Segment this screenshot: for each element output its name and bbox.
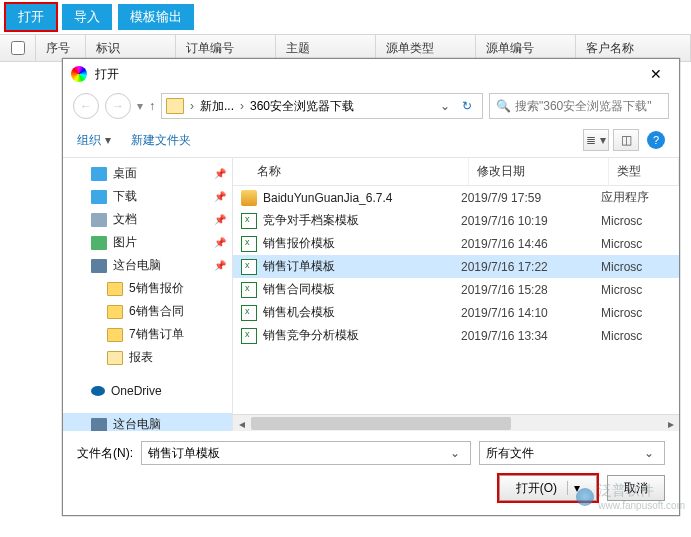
dialog-main: 桌面📌下载📌文档📌图片📌这台电脑📌5销售报价6销售合同7销售订单报表OneDri… — [63, 158, 679, 431]
view-mode-button[interactable]: ≣ ▾ — [583, 129, 609, 151]
file-type: Microsc — [601, 214, 671, 228]
file-row[interactable]: 销售报价模板2019/7/16 14:46Microsc — [233, 232, 679, 255]
search-icon: 🔍 — [496, 99, 511, 113]
desktop-icon — [91, 167, 107, 181]
dialog-titlebar[interactable]: 打开 ✕ — [63, 59, 679, 89]
xls-file-icon — [241, 282, 257, 298]
breadcrumb-dropdown-icon[interactable]: ⌄ — [434, 99, 456, 113]
nav-back-button[interactable]: ← — [73, 93, 99, 119]
tree-item[interactable]: 6销售合同 — [63, 300, 232, 323]
od-icon — [91, 386, 105, 396]
file-row[interactable]: BaiduYunGuanJia_6.7.42019/7/9 17:59应用程序 — [233, 186, 679, 209]
file-date: 2019/7/16 14:46 — [461, 237, 601, 251]
file-row[interactable]: 销售机会模板2019/7/16 14:10Microsc — [233, 301, 679, 324]
select-all-checkbox[interactable] — [11, 41, 25, 55]
tree-item-label: 下载 — [113, 188, 137, 205]
select-all-col — [0, 35, 36, 61]
nav-fwd-button[interactable]: → — [105, 93, 131, 119]
file-col-name[interactable]: 名称 — [233, 158, 469, 185]
folder-y-icon — [107, 282, 123, 296]
file-row[interactable]: 竞争对手档案模板2019/7/16 10:19Microsc — [233, 209, 679, 232]
filename-dropdown-icon[interactable]: ⌄ — [446, 446, 464, 460]
close-icon[interactable]: ✕ — [641, 66, 671, 82]
xls-file-icon — [241, 328, 257, 344]
file-name: 销售机会模板 — [263, 304, 461, 321]
tree-item[interactable]: 这台电脑 — [63, 413, 232, 431]
filename-label: 文件名(N): — [77, 445, 133, 462]
pin-icon: 📌 — [214, 237, 226, 248]
tree-item[interactable]: 这台电脑📌 — [63, 254, 232, 277]
tree-item[interactable]: OneDrive — [63, 381, 232, 401]
nav-row: ← → ▾ ↑ › 新加... › 360安全浏览器下载 ⌄ ↻ 🔍 搜索"36… — [63, 89, 679, 123]
tree-item[interactable]: 图片📌 — [63, 231, 232, 254]
template-output-button[interactable]: 模板输出 — [118, 4, 194, 30]
watermark-logo-icon — [576, 488, 594, 506]
file-name: 销售订单模板 — [263, 258, 461, 275]
xls-file-icon — [241, 259, 257, 275]
search-input[interactable]: 🔍 搜索"360安全浏览器下载" — [489, 93, 669, 119]
folder-icon — [166, 98, 184, 114]
xls-file-icon — [241, 213, 257, 229]
pic-icon — [91, 236, 107, 250]
file-col-type[interactable]: 类型 — [609, 158, 679, 185]
file-list[interactable]: BaiduYunGuanJia_6.7.42019/7/9 17:59应用程序竞… — [233, 186, 679, 414]
open-button[interactable]: 打开 — [6, 4, 56, 30]
pin-icon: 📌 — [214, 191, 226, 202]
file-date: 2019/7/16 17:22 — [461, 260, 601, 274]
file-pane: 名称 修改日期 类型 BaiduYunGuanJia_6.7.42019/7/9… — [233, 158, 679, 431]
filetype-filter[interactable]: 所有文件 ⌄ — [479, 441, 665, 465]
refresh-icon[interactable]: ↻ — [456, 99, 478, 113]
tree-item[interactable]: 7销售订单 — [63, 323, 232, 346]
pin-icon: 📌 — [214, 168, 226, 179]
folder-y-icon — [107, 328, 123, 342]
scroll-left-icon[interactable]: ◂ — [233, 415, 250, 432]
file-date: 2019/7/16 14:10 — [461, 306, 601, 320]
file-row[interactable]: 销售订单模板2019/7/16 17:22Microsc — [233, 255, 679, 278]
preview-pane-button[interactable]: ◫ — [613, 129, 639, 151]
filename-input[interactable]: 销售订单模板 ⌄ — [141, 441, 471, 465]
new-folder-button[interactable]: 新建文件夹 — [131, 132, 191, 149]
file-type: Microsc — [601, 306, 671, 320]
folder-y-icon — [107, 305, 123, 319]
nav-up-button[interactable]: ↑ — [149, 99, 155, 113]
tree-item[interactable]: 文档📌 — [63, 208, 232, 231]
organize-menu[interactable]: 组织 — [77, 132, 101, 149]
file-name: 销售竞争分析模板 — [263, 327, 461, 344]
breadcrumb-seg-1[interactable]: 新加... — [196, 98, 238, 115]
import-button[interactable]: 导入 — [62, 4, 112, 30]
chevron-right-icon[interactable]: › — [188, 99, 196, 113]
file-row[interactable]: 销售合同模板2019/7/16 15:28Microsc — [233, 278, 679, 301]
pc-icon — [91, 259, 107, 273]
xls-file-icon — [241, 305, 257, 321]
tree-item[interactable]: 5销售报价 — [63, 277, 232, 300]
tree-item-label: 5销售报价 — [129, 280, 184, 297]
pc-icon — [91, 418, 107, 432]
scroll-right-icon[interactable]: ▸ — [662, 415, 679, 432]
tree-item-label: 7销售订单 — [129, 326, 184, 343]
watermark-brand: 泛普软件 — [598, 482, 685, 500]
file-date: 2019/7/16 13:34 — [461, 329, 601, 343]
tree-item[interactable]: 报表 — [63, 346, 232, 369]
app-icon — [71, 66, 87, 82]
file-col-date[interactable]: 修改日期 — [469, 158, 609, 185]
dl-icon — [91, 190, 107, 204]
tree-item-label: 6销售合同 — [129, 303, 184, 320]
nav-up-icon[interactable]: ▾ — [137, 99, 143, 113]
tree-item-label: 这台电脑 — [113, 416, 161, 431]
file-list-header: 名称 修改日期 类型 — [233, 158, 679, 186]
tree-item[interactable]: 下载📌 — [63, 185, 232, 208]
breadcrumb-seg-2[interactable]: 360安全浏览器下载 — [246, 98, 358, 115]
filter-value: 所有文件 — [486, 445, 640, 462]
scrollbar-thumb[interactable] — [251, 417, 511, 430]
chevron-right-icon[interactable]: › — [238, 99, 246, 113]
watermark-url: www.fanpusoft.com — [598, 500, 685, 511]
file-type: Microsc — [601, 283, 671, 297]
horizontal-scrollbar[interactable]: ◂ ▸ — [233, 414, 679, 431]
filter-dropdown-icon[interactable]: ⌄ — [640, 446, 658, 460]
tree-item[interactable]: 桌面📌 — [63, 162, 232, 185]
watermark: 泛普软件 www.fanpusoft.com — [576, 482, 685, 511]
help-icon[interactable]: ? — [647, 131, 665, 149]
doc-icon — [91, 213, 107, 227]
breadcrumb[interactable]: › 新加... › 360安全浏览器下载 ⌄ ↻ — [161, 93, 483, 119]
file-row[interactable]: 销售竞争分析模板2019/7/16 13:34Microsc — [233, 324, 679, 347]
